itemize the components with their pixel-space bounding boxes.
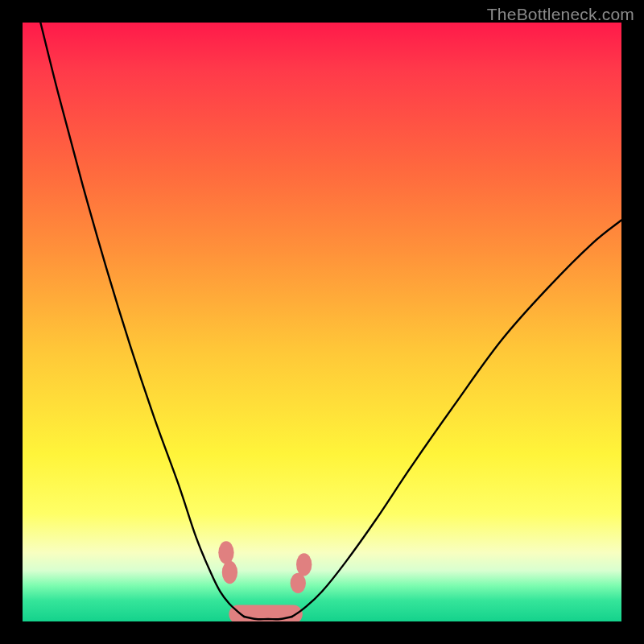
plot-area <box>23 23 621 621</box>
marker-left-blob-lower <box>222 561 237 584</box>
chart-svg <box>23 23 621 621</box>
marker-layer <box>218 541 312 621</box>
marker-right-blob-upper <box>296 553 312 576</box>
series-left-curve <box>40 23 244 617</box>
chart-frame: TheBottleneck.com <box>0 0 644 644</box>
curve-layer <box>40 23 621 619</box>
marker-left-blob-upper <box>218 541 233 564</box>
watermark-text: TheBottleneck.com <box>487 5 634 24</box>
series-right-curve <box>292 221 621 617</box>
marker-right-blob-lower <box>291 573 306 593</box>
